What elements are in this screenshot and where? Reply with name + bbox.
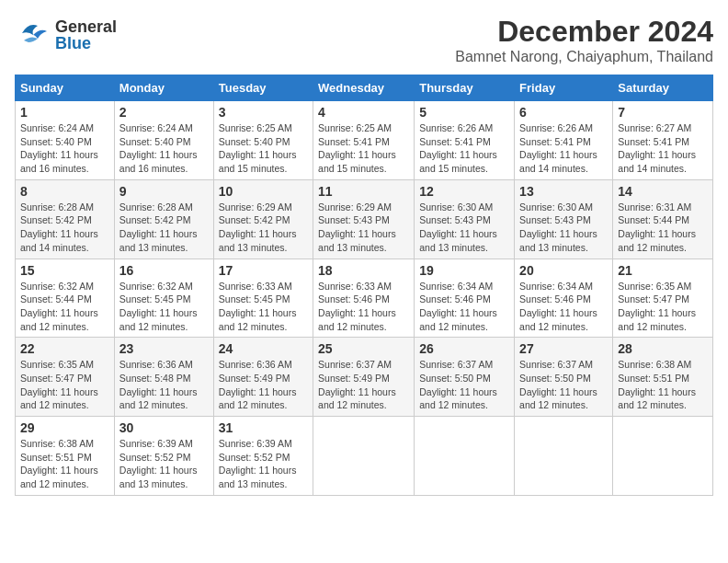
day-info: Sunrise: 6:37 AM Sunset: 5:50 PM Dayligh… (419, 358, 509, 412)
daylight-text: Daylight: 11 hours and 14 minutes. (618, 149, 696, 174)
sunset-text: Sunset: 5:47 PM (20, 373, 92, 384)
calendar-cell: 27 Sunrise: 6:37 AM Sunset: 5:50 PM Dayl… (515, 338, 613, 417)
weekday-row: SundayMondayTuesdayWednesdayThursdayFrid… (16, 75, 713, 101)
day-info: Sunrise: 6:34 AM Sunset: 5:46 PM Dayligh… (519, 280, 608, 334)
daylight-text: Daylight: 11 hours and 12 minutes. (519, 386, 597, 411)
calendar-cell (313, 417, 415, 496)
daylight-text: Daylight: 11 hours and 12 minutes. (20, 465, 98, 489)
logo-general-text: General (55, 18, 117, 35)
calendar-cell: 3 Sunrise: 6:25 AM Sunset: 5:40 PM Dayli… (213, 101, 313, 180)
sunset-text: Sunset: 5:44 PM (20, 293, 92, 304)
sunset-text: Sunset: 5:50 PM (519, 373, 591, 384)
daylight-text: Daylight: 11 hours and 13 minutes. (219, 228, 297, 253)
day-number: 27 (519, 341, 608, 356)
daylight-text: Daylight: 11 hours and 13 minutes. (119, 465, 198, 489)
calendar-cell: 13 Sunrise: 6:30 AM Sunset: 5:43 PM Dayl… (515, 179, 613, 259)
location-title: Bamnet Narong, Chaiyaphum, Thailand (455, 49, 713, 65)
sunset-text: Sunset: 5:49 PM (219, 373, 290, 384)
sunset-text: Sunset: 5:40 PM (219, 136, 290, 147)
daylight-text: Daylight: 11 hours and 13 minutes. (519, 228, 597, 253)
sunrise-text: Sunrise: 6:35 AM (20, 359, 94, 370)
day-number: 15 (20, 263, 109, 278)
day-info: Sunrise: 6:28 AM Sunset: 5:42 PM Dayligh… (20, 201, 109, 255)
sunrise-text: Sunrise: 6:36 AM (119, 359, 193, 370)
daylight-text: Daylight: 11 hours and 12 minutes. (119, 386, 198, 411)
sunrise-text: Sunrise: 6:30 AM (519, 201, 593, 213)
sunset-text: Sunset: 5:41 PM (519, 136, 591, 147)
daylight-text: Daylight: 11 hours and 12 minutes. (20, 386, 98, 411)
calendar-cell: 17 Sunrise: 6:33 AM Sunset: 5:45 PM Dayl… (213, 259, 313, 338)
sunset-text: Sunset: 5:49 PM (318, 373, 390, 384)
calendar-week-1: 1 Sunrise: 6:24 AM Sunset: 5:40 PM Dayli… (16, 101, 713, 180)
sunrise-text: Sunrise: 6:33 AM (219, 281, 292, 292)
month-title: December 2024 (455, 15, 713, 49)
sunrise-text: Sunrise: 6:27 AM (618, 122, 691, 133)
daylight-text: Daylight: 11 hours and 15 minutes. (219, 149, 297, 174)
day-info: Sunrise: 6:37 AM Sunset: 5:49 PM Dayligh… (318, 358, 409, 412)
calendar-cell: 29 Sunrise: 6:38 AM Sunset: 5:51 PM Dayl… (16, 417, 115, 496)
daylight-text: Daylight: 11 hours and 13 minutes. (419, 228, 497, 253)
sunset-text: Sunset: 5:46 PM (318, 293, 390, 304)
day-info: Sunrise: 6:38 AM Sunset: 5:51 PM Dayligh… (20, 437, 109, 491)
day-info: Sunrise: 6:32 AM Sunset: 5:45 PM Dayligh… (119, 280, 209, 334)
calendar-cell: 23 Sunrise: 6:36 AM Sunset: 5:48 PM Dayl… (114, 338, 213, 417)
sunrise-text: Sunrise: 6:38 AM (618, 359, 691, 370)
calendar-cell: 7 Sunrise: 6:27 AM Sunset: 5:41 PM Dayli… (613, 101, 713, 180)
sunrise-text: Sunrise: 6:35 AM (618, 281, 691, 292)
daylight-text: Daylight: 11 hours and 12 minutes. (519, 307, 597, 332)
calendar-week-4: 22 Sunrise: 6:35 AM Sunset: 5:47 PM Dayl… (16, 338, 713, 417)
sunset-text: Sunset: 5:50 PM (419, 373, 491, 384)
sunrise-text: Sunrise: 6:28 AM (119, 201, 193, 213)
sunset-text: Sunset: 5:41 PM (318, 136, 390, 147)
calendar-cell: 5 Sunrise: 6:26 AM Sunset: 5:41 PM Dayli… (415, 101, 515, 180)
day-info: Sunrise: 6:24 AM Sunset: 5:40 PM Dayligh… (20, 121, 109, 176)
sunrise-text: Sunrise: 6:34 AM (519, 281, 593, 292)
logo-text: General Blue (55, 18, 117, 52)
day-info: Sunrise: 6:31 AM Sunset: 5:44 PM Dayligh… (618, 201, 708, 255)
sunrise-text: Sunrise: 6:29 AM (219, 201, 292, 213)
sunset-text: Sunset: 5:46 PM (419, 293, 491, 304)
daylight-text: Daylight: 11 hours and 15 minutes. (318, 149, 396, 174)
calendar-cell: 22 Sunrise: 6:35 AM Sunset: 5:47 PM Dayl… (16, 338, 115, 417)
day-number: 18 (318, 263, 409, 278)
calendar-cell: 19 Sunrise: 6:34 AM Sunset: 5:46 PM Dayl… (415, 259, 515, 338)
sunrise-text: Sunrise: 6:37 AM (519, 359, 593, 370)
day-info: Sunrise: 6:35 AM Sunset: 5:47 PM Dayligh… (20, 358, 109, 412)
sunset-text: Sunset: 5:40 PM (119, 136, 191, 147)
day-info: Sunrise: 6:33 AM Sunset: 5:46 PM Dayligh… (318, 280, 409, 334)
day-info: Sunrise: 6:27 AM Sunset: 5:41 PM Dayligh… (618, 121, 708, 176)
daylight-text: Daylight: 11 hours and 13 minutes. (119, 228, 198, 253)
day-number: 12 (419, 184, 509, 199)
weekday-header-friday: Friday (515, 75, 613, 101)
calendar-cell: 16 Sunrise: 6:32 AM Sunset: 5:45 PM Dayl… (114, 259, 213, 338)
logo: General Blue (15, 15, 117, 55)
daylight-text: Daylight: 11 hours and 12 minutes. (219, 307, 297, 332)
sunrise-text: Sunrise: 6:37 AM (318, 359, 392, 370)
day-info: Sunrise: 6:25 AM Sunset: 5:40 PM Dayligh… (219, 121, 308, 176)
calendar-cell: 8 Sunrise: 6:28 AM Sunset: 5:42 PM Dayli… (16, 179, 115, 259)
sunrise-text: Sunrise: 6:37 AM (419, 359, 493, 370)
calendar-cell (415, 417, 515, 496)
sunset-text: Sunset: 5:46 PM (519, 293, 591, 304)
daylight-text: Daylight: 11 hours and 12 minutes. (119, 307, 198, 332)
calendar-cell: 15 Sunrise: 6:32 AM Sunset: 5:44 PM Dayl… (16, 259, 115, 338)
daylight-text: Daylight: 11 hours and 12 minutes. (219, 386, 297, 411)
sunrise-text: Sunrise: 6:25 AM (318, 122, 392, 133)
daylight-text: Daylight: 11 hours and 16 minutes. (119, 149, 198, 174)
sunset-text: Sunset: 5:41 PM (419, 136, 491, 147)
day-number: 11 (318, 184, 409, 199)
calendar-week-3: 15 Sunrise: 6:32 AM Sunset: 5:44 PM Dayl… (16, 259, 713, 338)
daylight-text: Daylight: 11 hours and 12 minutes. (419, 386, 497, 411)
sunset-text: Sunset: 5:45 PM (219, 293, 290, 304)
day-info: Sunrise: 6:26 AM Sunset: 5:41 PM Dayligh… (419, 121, 509, 176)
day-info: Sunrise: 6:26 AM Sunset: 5:41 PM Dayligh… (519, 121, 608, 176)
day-number: 23 (119, 341, 209, 356)
day-number: 31 (219, 420, 308, 435)
calendar-cell: 18 Sunrise: 6:33 AM Sunset: 5:46 PM Dayl… (313, 259, 415, 338)
page-header: General Blue December 2024 Bamnet Narong… (15, 15, 713, 65)
sunset-text: Sunset: 5:52 PM (219, 452, 290, 463)
calendar-cell: 9 Sunrise: 6:28 AM Sunset: 5:42 PM Dayli… (114, 179, 213, 259)
daylight-text: Daylight: 11 hours and 12 minutes. (618, 307, 696, 332)
day-info: Sunrise: 6:37 AM Sunset: 5:50 PM Dayligh… (519, 358, 608, 412)
daylight-text: Daylight: 11 hours and 13 minutes. (318, 228, 396, 253)
